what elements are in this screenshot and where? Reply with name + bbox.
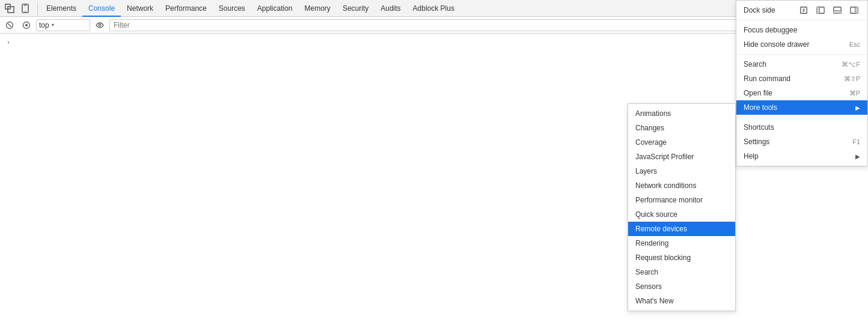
- tab-security[interactable]: Security: [337, 0, 374, 17]
- menu-item-open-file[interactable]: Open file ⌘P: [736, 86, 867, 100]
- clear-console-button[interactable]: [2, 18, 17, 32]
- submenu-item-performance-monitor[interactable]: Performance monitor: [628, 193, 735, 207]
- menu-item-focus-debuggee[interactable]: Focus debuggee: [736, 23, 867, 37]
- submenu-item-sensors[interactable]: Sensors: [628, 279, 735, 294]
- submenu-item-request-blocking[interactable]: Request blocking: [628, 251, 735, 265]
- tab-console[interactable]: Console: [82, 0, 121, 17]
- shortcut-settings: F1: [852, 138, 860, 145]
- tab-memory[interactable]: Memory: [299, 0, 337, 17]
- tab-audits[interactable]: Audits: [374, 0, 406, 17]
- menu-item-shortcuts[interactable]: Shortcuts: [736, 120, 867, 135]
- menu-item-more-tools[interactable]: More tools ▶: [736, 100, 867, 115]
- dock-side-section: Dock side: [736, 1, 867, 20]
- more-tools-submenu-arrow-icon: ▶: [855, 105, 860, 111]
- device-toolbar-icon-button[interactable]: [18, 1, 32, 16]
- shortcut-open-file: ⌘P: [849, 90, 860, 97]
- svg-rect-16: [834, 11, 841, 13]
- svg-point-9: [99, 24, 101, 26]
- console-expand-arrow[interactable]: ›: [2, 36, 14, 48]
- preserve-log-button[interactable]: [19, 18, 34, 32]
- tab-icon-group: [2, 1, 38, 16]
- submenu-item-javascript-profiler[interactable]: JavaScript Profiler: [628, 150, 735, 164]
- tab-application[interactable]: Application: [251, 0, 299, 17]
- shortcut-search: ⌘⌥F: [842, 61, 860, 68]
- svg-point-8: [25, 24, 28, 26]
- tab-elements[interactable]: Elements: [40, 0, 82, 17]
- dock-side-row: Dock side: [736, 3, 867, 17]
- submenu-item-rendering[interactable]: Rendering: [628, 236, 735, 251]
- submenu-item-changes[interactable]: Changes: [628, 121, 735, 135]
- menu-item-run-command[interactable]: Run command ⌘⇧P: [736, 71, 867, 86]
- shortcut-hide-console: Esc: [849, 41, 860, 48]
- tab-sources[interactable]: Sources: [213, 0, 251, 17]
- inspect-icon-button[interactable]: [2, 1, 17, 16]
- tab-performance[interactable]: Performance: [159, 0, 213, 17]
- svg-rect-19: [855, 7, 858, 14]
- submenu-item-coverage[interactable]: Coverage: [628, 135, 735, 150]
- submenu-item-animations[interactable]: Animations: [628, 106, 735, 121]
- svg-rect-13: [817, 7, 819, 14]
- shortcut-run-command: ⌘⇧P: [844, 75, 860, 83]
- menu-item-settings[interactable]: Settings F1: [736, 135, 867, 149]
- help-submenu-arrow-icon: ▶: [855, 153, 860, 160]
- submenu-item-search[interactable]: Search: [628, 265, 735, 279]
- dock-side-label: Dock side: [744, 6, 775, 14]
- submenu-item-layers[interactable]: Layers: [628, 164, 735, 178]
- filter-input-wrap: [109, 19, 823, 31]
- svg-line-6: [8, 23, 11, 27]
- main-dropdown-menu: Dock side: [736, 0, 868, 166]
- more-tools-submenu: Animations Changes Coverage JavaScript P…: [628, 103, 736, 311]
- tab-adblock-plus[interactable]: Adblock Plus: [407, 0, 460, 17]
- submenu-item-whats-new[interactable]: What's New: [628, 294, 735, 308]
- eye-icon-button[interactable]: [93, 18, 107, 32]
- tab-network[interactable]: Network: [121, 0, 159, 17]
- dock-bottom-button[interactable]: [831, 5, 843, 15]
- submenu-item-remote-devices[interactable]: Remote devices: [628, 222, 735, 236]
- svg-rect-1: [8, 7, 14, 13]
- dock-undocked-button[interactable]: [798, 5, 810, 15]
- main-menu-section-3: Shortcuts Settings F1 Help ▶: [736, 118, 867, 166]
- menu-item-help[interactable]: Help ▶: [736, 149, 867, 163]
- main-menu-section-1: Focus debuggee Hide console drawer Esc: [736, 20, 867, 55]
- dock-right-button[interactable]: [848, 5, 860, 15]
- menu-item-search[interactable]: Search ⌘⌥F: [736, 57, 867, 71]
- dock-left-button[interactable]: [815, 5, 827, 15]
- execution-context-dropdown[interactable]: top ▾: [36, 19, 90, 31]
- filter-input[interactable]: [114, 21, 819, 29]
- svg-point-3: [25, 11, 26, 12]
- menu-item-hide-console-drawer[interactable]: Hide console drawer Esc: [736, 37, 867, 52]
- main-menu-section-2: Search ⌘⌥F Run command ⌘⇧P Open file ⌘P …: [736, 55, 867, 118]
- submenu-item-network-conditions[interactable]: Network conditions: [628, 178, 735, 193]
- dropdown-arrow-icon: ▾: [52, 22, 54, 28]
- submenu-item-quick-source[interactable]: Quick source: [628, 207, 735, 222]
